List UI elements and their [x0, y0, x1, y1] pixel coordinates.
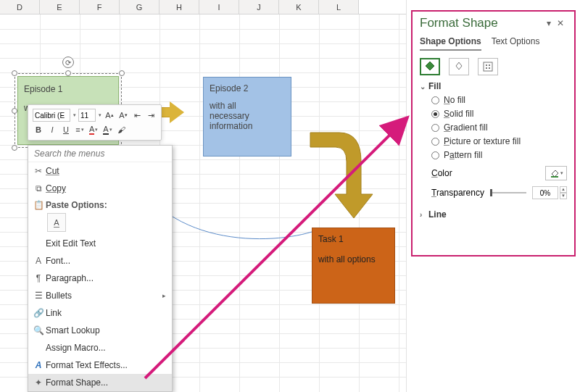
- underline-button[interactable]: U: [60, 123, 72, 136]
- radio-picture-texture-fill[interactable]: Picture or texture fill: [431, 136, 567, 146]
- menu-label: Link: [46, 308, 62, 318]
- smart-lookup-icon: 🔍: [31, 325, 46, 335]
- tab-text-options[interactable]: Text Options: [492, 36, 540, 51]
- shape-title: Episode 2: [210, 83, 285, 93]
- menu-assign-macro[interactable]: Assign Macro...: [28, 339, 172, 356]
- menu-label: Cut: [46, 166, 59, 176]
- pane-options-icon[interactable]: ▾: [544, 18, 554, 28]
- menu-label: Smart Lookup: [46, 325, 100, 335]
- bold-button[interactable]: B: [33, 123, 44, 136]
- col-header[interactable]: E: [40, 0, 80, 14]
- menu-label: Paste Options:: [46, 200, 107, 210]
- menu-smart-lookup[interactable]: 🔍 Smart Lookup: [28, 322, 172, 339]
- radio-icon: [431, 124, 439, 132]
- col-header[interactable]: G: [120, 0, 160, 14]
- italic-button[interactable]: I: [46, 123, 58, 136]
- decrease-indent-button[interactable]: ⇤: [131, 109, 143, 122]
- resize-handle[interactable]: [119, 70, 125, 76]
- col-header[interactable]: I: [199, 0, 239, 14]
- arrow-bent-shape[interactable]: [303, 125, 376, 220]
- text-outline-button[interactable]: A▾: [102, 123, 113, 136]
- svg-rect-3: [489, 64, 490, 66]
- menu-label: Font...: [46, 256, 70, 266]
- col-header[interactable]: L: [319, 0, 359, 14]
- effects-tab-icon[interactable]: [449, 58, 469, 75]
- shape-task-1[interactable]: Task 1 with all options: [312, 228, 395, 304]
- radio-icon: [431, 110, 439, 118]
- font-color-button[interactable]: A▾: [88, 123, 99, 136]
- menu-copy[interactable]: ⧉ Copy: [28, 180, 172, 197]
- font-name-input[interactable]: [33, 109, 70, 122]
- col-header[interactable]: D: [0, 0, 40, 14]
- resize-handle[interactable]: [65, 70, 71, 76]
- chevron-down-icon: ⌄: [420, 83, 428, 91]
- rotate-handle-icon[interactable]: ⟳: [62, 57, 74, 68]
- radio-label: Gradient fill: [444, 122, 488, 133]
- spin-up-button[interactable]: ▲: [560, 186, 567, 193]
- radio-gradient-fill[interactable]: Gradient fill: [431, 122, 567, 133]
- transparency-slider[interactable]: [490, 192, 526, 193]
- color-label: Color: [431, 168, 452, 178]
- col-header[interactable]: H: [160, 0, 199, 14]
- menu-bullets[interactable]: ☰ Bullets ▸: [28, 287, 172, 304]
- menu-font[interactable]: A Font...: [28, 252, 172, 270]
- fill-color-button[interactable]: ▾: [545, 166, 567, 180]
- text-effects-icon: A: [31, 360, 46, 370]
- col-header[interactable]: F: [80, 0, 120, 14]
- align-button[interactable]: ≡▾: [74, 123, 86, 136]
- menu-search-input[interactable]: [34, 149, 166, 159]
- resize-handle[interactable]: [12, 70, 17, 76]
- tab-shape-options[interactable]: Shape Options: [420, 36, 481, 51]
- shape-body: with all: [210, 101, 285, 111]
- paint-bucket-icon: [550, 168, 560, 178]
- menu-cut[interactable]: ✂ Cut: [28, 162, 172, 180]
- font-size-input[interactable]: [78, 109, 96, 122]
- slider-thumb[interactable]: [490, 189, 492, 196]
- dropdown-icon[interactable]: ▾: [73, 112, 76, 118]
- dropdown-icon[interactable]: ▾: [99, 112, 102, 118]
- col-header[interactable]: K: [279, 0, 319, 14]
- format-shape-icon: ✦: [31, 378, 46, 388]
- menu-exit-edit-text[interactable]: Exit Edit Text: [28, 235, 172, 252]
- transparency-input[interactable]: [532, 186, 558, 199]
- paste-icon: 📋: [31, 200, 46, 210]
- section-fill-header[interactable]: ⌄ Fill: [420, 81, 567, 91]
- menu-format-shape[interactable]: ✦ Format Shape...: [28, 374, 172, 391]
- paste-text-icon: A: [54, 218, 59, 228]
- col-header[interactable]: J: [239, 0, 279, 14]
- fill-line-tab-icon[interactable]: [420, 58, 440, 75]
- chevron-right-icon: ›: [420, 211, 428, 219]
- section-line-header[interactable]: › Line: [420, 209, 567, 220]
- increase-font-button[interactable]: A▴: [104, 109, 115, 122]
- radio-icon: [431, 151, 439, 159]
- menu-search[interactable]: [28, 146, 172, 162]
- radio-pattern-fill[interactable]: Pattern fill: [431, 150, 567, 160]
- menu-paragraph[interactable]: ¶ Paragraph...: [28, 270, 172, 287]
- size-properties-tab-icon[interactable]: [478, 58, 498, 75]
- section-label: Line: [428, 209, 447, 220]
- radio-label: No fill: [444, 95, 465, 105]
- paste-keep-text-button[interactable]: A: [47, 213, 66, 232]
- svg-rect-6: [551, 176, 558, 178]
- menu-link[interactable]: 🔗 Link: [28, 304, 172, 322]
- resize-handle[interactable]: [12, 145, 17, 151]
- format-painter-button[interactable]: 🖌: [116, 123, 128, 136]
- menu-format-text-effects[interactable]: A Format Text Effects...: [28, 356, 172, 374]
- resize-handle[interactable]: [12, 108, 17, 114]
- spin-down-button[interactable]: ▼: [560, 193, 567, 199]
- copy-icon: ⧉: [31, 183, 46, 193]
- radio-icon: [431, 96, 439, 104]
- radio-no-fill[interactable]: No fill: [431, 95, 567, 105]
- decrease-font-button[interactable]: A▾: [117, 109, 129, 122]
- increase-indent-button[interactable]: ⇥: [145, 109, 157, 122]
- shape-episode-2[interactable]: Episode 2 with all necessary information: [203, 77, 291, 157]
- radio-solid-fill[interactable]: Solid fill: [431, 109, 567, 119]
- bullets-icon: ☰: [31, 291, 46, 301]
- radio-label: Picture or texture fill: [444, 136, 521, 146]
- shape-title: Task 1: [318, 234, 389, 244]
- shape-body: information: [210, 121, 285, 131]
- context-menu: ✂ Cut ⧉ Copy 📋 Paste Options: A Exit Edi…: [28, 145, 173, 392]
- pane-highlight-box: Format Shape ▾ ✕ Shape Options Text Opti…: [411, 10, 576, 257]
- close-icon[interactable]: ✕: [554, 18, 567, 28]
- link-icon: 🔗: [31, 308, 46, 318]
